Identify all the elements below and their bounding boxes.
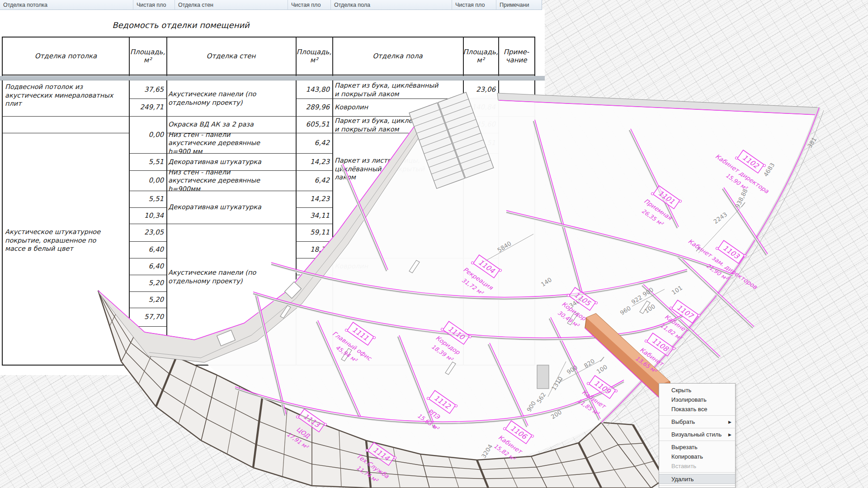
header-col-floor[interactable]: Отделка пола — [331, 0, 452, 9]
menu-separator — [659, 485, 735, 486]
menu-item-show-all[interactable]: Показать все — [659, 404, 735, 414]
3d-model-view[interactable]: 5840 3400 2243 4683 938,88 922 900 960 1… — [0, 0, 868, 488]
menu-item-cut[interactable]: Вырезать — [659, 442, 735, 452]
submenu-arrow-icon: ▶ — [728, 420, 731, 424]
menu-item-delete[interactable]: Удалить — [659, 474, 735, 484]
menu-item-paste[interactable]: Вставить — [659, 461, 735, 471]
menu-separator — [659, 428, 735, 428]
menu-item-visual-style[interactable]: Визуальный стиль▶ — [659, 430, 735, 439]
column — [537, 365, 549, 389]
header-col-net-area-3[interactable]: Чистая пло — [452, 0, 496, 9]
menu-separator — [659, 415, 735, 416]
menu-item-hide[interactable]: Скрыть — [659, 385, 735, 395]
menu-item-select[interactable]: Выбрать▶ — [659, 417, 735, 427]
schedule-column-header-bar: Отделка потолка Чистая пло Отделка стен … — [0, 0, 542, 10]
submenu-arrow-icon: ▶ — [728, 432, 731, 437]
header-col-note[interactable]: Примечани — [496, 0, 542, 9]
header-col-ceiling[interactable]: Отделка потолка — [0, 0, 133, 9]
header-col-net-area-1[interactable]: Чистая пло — [133, 0, 175, 9]
menu-separator — [659, 441, 735, 441]
context-menu: Скрыть Изолировать Показать все Выбрать▶… — [659, 383, 736, 488]
menu-item-copy[interactable]: Копировать — [659, 452, 735, 461]
header-col-walls[interactable]: Отделка стен — [175, 0, 288, 9]
header-col-net-area-2[interactable]: Чистая пло — [288, 0, 331, 9]
menu-separator — [659, 472, 735, 473]
menu-item-isolate[interactable]: Изолировать — [659, 395, 735, 404]
